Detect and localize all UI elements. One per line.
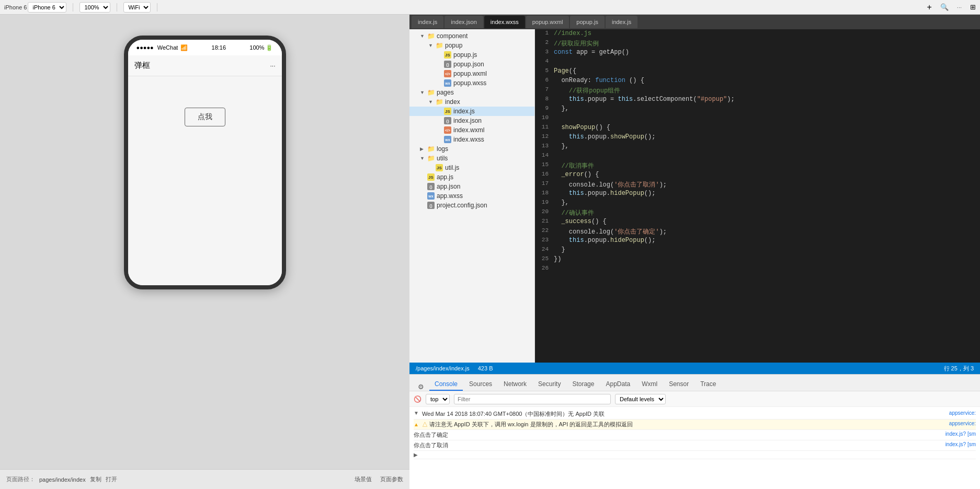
- tree-label: popup: [445, 42, 462, 49]
- tree-item-app-js[interactable]: JS app.js: [409, 172, 534, 182]
- chevron-down-icon: ▼: [420, 33, 425, 39]
- tree-label: util.js: [445, 164, 459, 171]
- console-filter-input[interactable]: [454, 394, 611, 404]
- tree-item-pages[interactable]: ▼ 📁 pages: [409, 88, 534, 97]
- tree-item-app-wxss[interactable]: wx app.wxss: [409, 191, 534, 201]
- tab-index-json[interactable]: index.json: [445, 16, 483, 28]
- folder-icon: 📁: [436, 98, 443, 106]
- console-tab-sensor[interactable]: Sensor: [664, 378, 694, 391]
- iphone-status-bar: ●●●●● WeChat 📶 18:16 100% 🔋: [128, 40, 282, 55]
- console-context-select[interactable]: top: [426, 394, 450, 404]
- more-tools-button[interactable]: ···: [957, 4, 962, 10]
- spacer: [437, 62, 442, 67]
- iphone-nav: 弹框 ···: [128, 55, 282, 76]
- tab-popup-wxml[interactable]: popup.wxml: [526, 16, 569, 28]
- editor-area: ▼ 📁 component ▼ 📁 popup JS popup.js: [409, 29, 980, 363]
- tree-item-popup-wxss[interactable]: wx popup.wxss: [409, 78, 534, 88]
- code-line-12: 12 this.popup.showPopup();: [535, 133, 980, 142]
- devtools-icon[interactable]: ⚙: [414, 383, 428, 391]
- tree-label: index.wxss: [453, 136, 484, 143]
- console-entry-text: Wed Mar 14 2018 18:07:40 GMT+0800（中国标准时间…: [422, 410, 946, 418]
- tree-item-index-wxml[interactable]: </> index.wxml: [409, 125, 534, 135]
- zoom-select[interactable]: 100%: [79, 2, 110, 13]
- tree-label: app.wxss: [437, 192, 463, 200]
- tree-item-project-config[interactable]: {} project.config.json: [409, 201, 534, 210]
- spacer: [437, 80, 442, 86]
- device-select[interactable]: iPhone 6: [28, 2, 66, 13]
- code-line-17: 17 console.log('你点击了取消');: [535, 180, 980, 189]
- tree-item-utils[interactable]: ▼ 📁 utils: [409, 154, 534, 163]
- group-arrow-icon-2[interactable]: ▶: [414, 452, 418, 458]
- chevron-down-icon: ▼: [420, 156, 425, 161]
- console-tab-console[interactable]: Console: [429, 378, 463, 391]
- console-source-1[interactable]: index.js? [sm: [945, 431, 976, 437]
- simulator-panel: ●●●●● WeChat 📶 18:16 100% 🔋 弹框 ··· 点我 页面…: [0, 15, 409, 489]
- nav-more-icon[interactable]: ···: [270, 62, 275, 69]
- tree-item-index-js[interactable]: JS index.js: [409, 107, 534, 116]
- file-tree: ▼ 📁 component ▼ 📁 popup JS popup.js: [409, 29, 535, 363]
- layout-toggle-button[interactable]: ⊞: [970, 3, 976, 11]
- console-level-select[interactable]: Default levels: [615, 394, 666, 404]
- spacer: [428, 165, 434, 170]
- tab-popup-js[interactable]: popup.js: [570, 16, 605, 28]
- network-select[interactable]: WiFi: [123, 2, 151, 13]
- tree-item-popup-js[interactable]: JS popup.js: [409, 50, 534, 60]
- console-entry-group-2[interactable]: ▶: [414, 451, 976, 459]
- tree-item-index-wxss[interactable]: wx index.wxss: [409, 135, 534, 144]
- tab-index-wxss[interactable]: index.wxss: [484, 16, 525, 28]
- spacer: [420, 184, 425, 189]
- file-tabs: index.js index.json index.wxss popup.wxm…: [409, 15, 980, 29]
- code-editor[interactable]: 1 //index.js 2 //获取应用实例 3 const app = ge…: [535, 29, 980, 363]
- add-button[interactable]: +: [927, 3, 931, 12]
- scene-value-button[interactable]: 场景值: [355, 475, 372, 483]
- console-tab-trace[interactable]: Trace: [695, 378, 721, 391]
- page-param-button[interactable]: 页面参数: [380, 475, 403, 483]
- tree-item-app-json[interactable]: {} app.json: [409, 182, 534, 191]
- console-entry-group[interactable]: ▼ Wed Mar 14 2018 18:07:40 GMT+0800（中国标准…: [414, 409, 976, 420]
- chevron-down-icon: ▼: [420, 90, 425, 95]
- tree-item-index-json[interactable]: {} index.json: [409, 116, 534, 125]
- tree-item-util-js[interactable]: JS util.js: [409, 163, 534, 172]
- warn-icon: ▲: [414, 422, 419, 427]
- tree-item-popup-wxml[interactable]: </> popup.wxml: [409, 69, 534, 78]
- tree-item-index[interactable]: ▼ 📁 index: [409, 97, 534, 107]
- js-icon: JS: [427, 173, 435, 181]
- spacer: [437, 118, 442, 123]
- tab-index-js-2[interactable]: index.js: [606, 16, 637, 28]
- json-icon: {}: [427, 202, 435, 209]
- console-tab-appdata[interactable]: AppData: [600, 378, 635, 391]
- console-source-2[interactable]: index.js? [sm: [945, 441, 976, 447]
- device-selector[interactable]: iPhone 6 iPhone 6: [4, 2, 66, 13]
- group-arrow-icon[interactable]: ▼: [414, 410, 419, 416]
- console-tab-storage[interactable]: Storage: [567, 378, 599, 391]
- code-line-15: 15 //取消事件: [535, 161, 980, 170]
- tree-item-popup[interactable]: ▼ 📁 popup: [409, 41, 534, 50]
- console-source-link[interactable]: appservice:: [949, 410, 976, 416]
- console-tab-sources[interactable]: Sources: [464, 378, 497, 391]
- console-tab-security[interactable]: Security: [533, 378, 566, 391]
- tree-item-component[interactable]: ▼ 📁 component: [409, 31, 534, 41]
- console-tab-wxml[interactable]: Wxml: [636, 378, 663, 391]
- console-source-warn[interactable]: appservice:: [949, 421, 976, 426]
- tree-item-popup-json[interactable]: {} popup.json: [409, 60, 534, 69]
- code-line-14: 14: [535, 152, 980, 161]
- path-value: pages/index/index: [39, 476, 86, 483]
- tree-item-logs[interactable]: ▶ 📁 logs: [409, 144, 534, 154]
- tab-index-js-1[interactable]: index.js: [412, 16, 443, 28]
- wxss-icon: wx: [427, 192, 435, 200]
- iphone-frame: ●●●●● WeChat 📶 18:16 100% 🔋 弹框 ··· 点我: [124, 36, 286, 289]
- console-clear-button[interactable]: 🚫: [414, 395, 421, 403]
- wxss-icon: wx: [444, 79, 451, 87]
- spacer: [420, 174, 425, 180]
- divider-1: [73, 3, 73, 11]
- network-selector[interactable]: WiFi: [123, 2, 151, 13]
- console-tab-network[interactable]: Network: [498, 378, 532, 391]
- zoom-selector[interactable]: 100%: [79, 2, 110, 13]
- code-line-7: 7 //获得popup组件: [535, 86, 980, 95]
- open-path-button[interactable]: 打开: [106, 475, 117, 483]
- editor-status-bar: /pages/index/index.js 423 B 行 25，列 3: [409, 363, 980, 374]
- demo-button[interactable]: 点我: [185, 108, 225, 126]
- copy-path-button[interactable]: 复制: [90, 475, 101, 483]
- device-label: iPhone 6: [4, 4, 27, 10]
- search-button[interactable]: 🔍: [940, 3, 949, 11]
